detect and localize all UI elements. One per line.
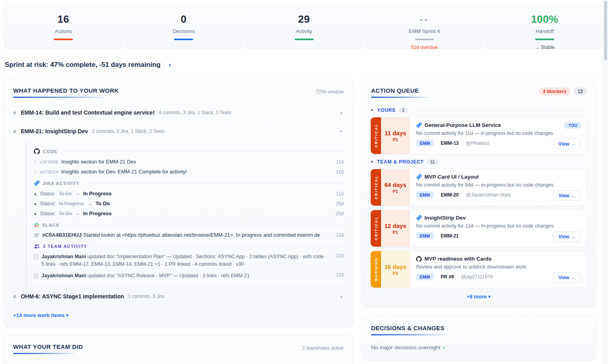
teammate-row[interactable]: JM Jayakrishnan Mani 1 code 6 jira (13, 358, 344, 364)
divider (65, 225, 344, 225)
scrollbar-thumb[interactable] (604, 1, 607, 60)
stat-value: 0 (125, 13, 242, 25)
you-badge: YOU (565, 122, 581, 128)
view-button[interactable]: View → (553, 273, 581, 283)
severity-ribbon: WARNING (371, 251, 381, 288)
arrow-right-icon: → (87, 201, 92, 206)
row-age: 11d (332, 191, 344, 197)
commit-hash: ae73b14 (40, 169, 58, 175)
divider (84, 183, 344, 184)
project-badge: EMM (416, 273, 434, 280)
slack-section-label: SLACK (42, 223, 60, 228)
blockers-badge[interactable]: 4 blockers (539, 88, 570, 95)
chevron-right-icon: › (169, 61, 171, 68)
stat-trend-label: → Stable (486, 45, 604, 50)
action-description: No commit activity for 12d — in-progress… (416, 223, 581, 229)
chevron-down-icon[interactable]: › (338, 130, 344, 132)
github-icon (416, 256, 422, 262)
commit-message: Insights section for EMM-21 Dev (61, 159, 136, 165)
work-item-meta: 4 commits, 3 Jira, 1 Slack, 1 Team (158, 110, 231, 115)
commit-row[interactable]: └ ae73b14 Insights section for Dev. EMM-… (34, 167, 344, 177)
jira-status-row[interactable]: ➤ Status: To Do → In Progress 25d (34, 208, 344, 218)
team-section-label: 2 TEAM ACTIVITY (43, 244, 87, 249)
chevron-right-icon[interactable]: › (340, 110, 342, 116)
pr-ref[interactable]: PR #9 (441, 274, 454, 280)
days-overdue: 11 days (385, 130, 406, 136)
jira-status-row[interactable]: ➤ Status: In Progress → To Do 25d (34, 199, 344, 208)
issue-ref[interactable]: EMM-21 (441, 233, 459, 239)
work-item-emm14[interactable]: # EMM-14: Build and test Contextual engi… (13, 103, 344, 122)
stat-card-sprint[interactable]: -- EMM Sprint 4 51d overdue (365, 4, 484, 49)
group-header-yours[interactable]: ▼ YOURS 1 (370, 107, 587, 113)
commit-row[interactable]: ├ c3f5096 Insights section for EMM-21 De… (34, 157, 344, 167)
work-item-title: EMM-14: Build and test Contextual engine… (21, 109, 154, 116)
stat-value: 16 (4, 13, 122, 25)
priority-label: P1 (393, 137, 398, 142)
action-card[interactable]: CRITICAL 64 days P1 MVP Card UI / Layout… (370, 169, 587, 206)
stat-card-decisions[interactable]: 0 Decisions (124, 4, 243, 49)
stat-overdue-label: 51d overdue (366, 45, 483, 50)
severity-ribbon: CRITICAL (371, 210, 381, 247)
view-button[interactable]: View → (553, 139, 581, 149)
row-age: 11d (332, 253, 344, 259)
row-age: 11d (332, 232, 344, 238)
work-item-ohm6[interactable]: # OHM-6: ASYNC Stage1 implementation 1 c… (13, 287, 344, 306)
work-item-emm21[interactable]: # EMM-21: InsightStrip Dev 2 commits, 3 … (13, 122, 344, 140)
transition-icon: ➤ (34, 212, 37, 216)
stat-card-activity[interactable]: 29 Activity (244, 4, 363, 49)
divider (441, 162, 587, 162)
view-button[interactable]: View → (553, 232, 581, 242)
project-badge: EMM (416, 140, 434, 146)
status-from: In Progress (59, 201, 84, 206)
work-item-meta: 1 commits, 3 Jira (128, 294, 164, 299)
action-card[interactable]: WARNING 16 days P3 MVP readiness with Ca… (370, 251, 587, 288)
decisions-panel-title: DECISIONS & CHANGES (371, 325, 586, 331)
sprint-risk-text: Sprint at risk: 47% complete, -51 days r… (5, 61, 160, 68)
project-badge: EMM (416, 191, 434, 198)
team-activity-row[interactable]: Jayakrishnan Mani updated doc "ASYNC Rel… (34, 270, 344, 282)
work-item-title: OHM-6: ASYNC Stage1 implementation (21, 293, 124, 300)
priority-label: P1 (393, 230, 398, 235)
status-from: To Do (59, 191, 72, 197)
work-panel-title: WHAT HAPPENED TO YOUR WORK (13, 87, 344, 94)
transition-icon: ➤ (34, 202, 37, 206)
jira-status-row[interactable]: ➤ Status: To Do → In Progress 11d (34, 189, 344, 199)
total-count-badge: 12 (574, 88, 587, 95)
days-overdue: 16 days (384, 263, 406, 270)
action-queue-panel: ACTION QUEUE 4 blockers 12 ▼ YOURS 1 CRI… (361, 78, 596, 307)
more-work-items-link[interactable]: +14 more work items ▾ (13, 312, 344, 318)
issue-ref[interactable]: EMM-20 (441, 192, 459, 198)
slack-channel: #C0A4B31EHUJ (42, 232, 82, 238)
arrow-right-icon: → (75, 211, 80, 216)
status-to: In Progress (83, 191, 112, 197)
view-button[interactable]: View → (553, 191, 581, 201)
action-card[interactable]: CRITICAL 12 days P1 InsightStrip Dev No … (370, 210, 587, 247)
row-age: 11d (332, 272, 344, 278)
action-title: General-Purpose LLM Service (424, 122, 501, 128)
action-description: No commit activity for 11d — in-progress… (416, 130, 581, 136)
action-description: Review and approve to unblock downstream… (416, 264, 581, 270)
priority-label: P3 (393, 271, 398, 276)
stat-value: 100% (486, 13, 604, 25)
chevron-right-icon[interactable]: › (340, 294, 342, 300)
scrollbar[interactable] (603, 0, 608, 364)
more-actions-link[interactable]: +8 more ▾ (370, 294, 587, 300)
team-panel: WHAT YOUR TEAM DID 2 teammates active JM… (3, 335, 354, 364)
stat-card-actions[interactable]: 16 Actions (4, 4, 123, 49)
stat-card-handoff[interactable]: 100% Handoff → Stable (485, 4, 604, 49)
jira-icon (416, 123, 422, 128)
code-section-label: CODE (43, 149, 58, 154)
divider (411, 110, 587, 111)
caret-down-icon: ▾ (66, 312, 69, 318)
row-age: 25d (332, 211, 344, 216)
action-card[interactable]: CRITICAL 11 days P1 General-Purpose LLM … (370, 117, 587, 154)
title-underline (371, 97, 432, 98)
assignee-handle: @Jayakrishnan Mani (466, 192, 510, 198)
slack-message-row[interactable]: @ #C0A4B31EHUJ Started lookin at <https:… (34, 230, 344, 240)
group-header-team-project[interactable]: ▼ TEAM & PROJECT 11 (370, 159, 587, 165)
sprint-risk-banner[interactable]: Sprint at risk: 47% complete, -51 days r… (5, 61, 608, 69)
teammates-active-label: 2 teammates active (302, 345, 344, 351)
status-label: Status: (40, 211, 56, 216)
team-activity-row[interactable]: Jayakrishnan Mani updated doc "Implement… (34, 251, 344, 270)
issue-ref[interactable]: EMM-13 (441, 140, 459, 146)
